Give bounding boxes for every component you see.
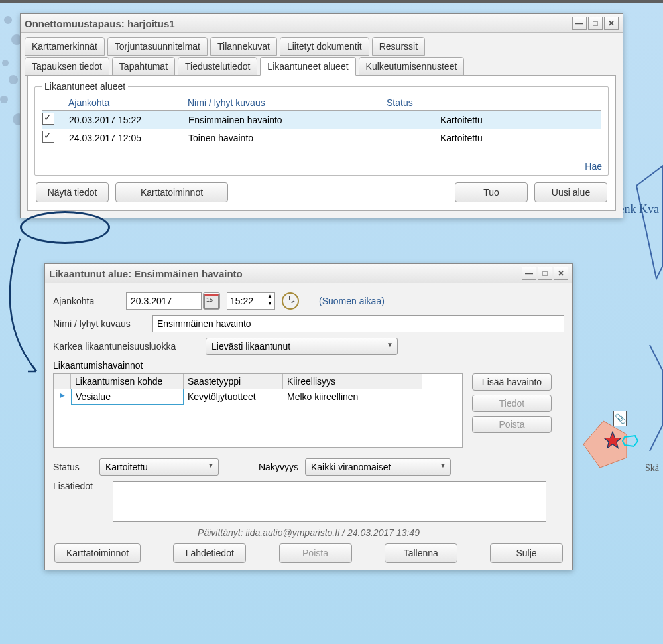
status-label: Status: [53, 462, 93, 472]
maximize-icon[interactable]: □: [588, 17, 603, 30]
clock-icon[interactable]: [282, 292, 299, 310]
spinner-buttons[interactable]: ▲▼: [265, 293, 274, 309]
observation-details-button[interactable]: Tiedot: [472, 395, 552, 412]
status-select[interactable]: Kartoitettu: [99, 458, 219, 476]
polluted-areas-group: Likaantuneet alueet Ajankohta Nimi / lyh…: [34, 81, 609, 176]
time-input[interactable]: ▲▼: [227, 292, 275, 310]
timezone-note: (Suomen aikaa): [319, 296, 385, 306]
observations-header: Likaantumisen kohde Saastetyyppi Kiireel…: [54, 374, 462, 389]
areas-table-header: Ajankohta Nimi / lyhyt kuvaus Status: [42, 96, 601, 110]
updated-note: Päivittänyt: iida.autio@ymparisto.fi / 2…: [53, 527, 564, 538]
map-star-marker: [603, 431, 622, 450]
main-window-titlebar: Onnettomuustapaus: harjoitus1 — □ ✕: [21, 14, 623, 33]
pollution-class-label: Karkea likaantuneisuusluokka: [53, 341, 199, 352]
svg-point-3: [2, 60, 9, 66]
row-indicator-icon: ▶: [54, 389, 71, 405]
tab-tiedustelutiedot[interactable]: Tiedustelutiedot: [178, 57, 257, 76]
tab-liitetyt-dokumentit[interactable]: Liitetyt dokumentit: [280, 37, 369, 56]
main-tabs-row2: Tapauksen tiedot Tapahtumat Tiedusteluti…: [21, 56, 623, 76]
tab-resurssit[interactable]: Resurssit: [372, 37, 425, 56]
tab-tilannekuvat[interactable]: Tilannekuvat: [210, 37, 277, 56]
delete-button[interactable]: Poista: [279, 543, 352, 563]
extra-info-input[interactable]: [113, 481, 546, 522]
pollution-class-select[interactable]: Lievästi likaantunut: [206, 338, 398, 355]
save-button[interactable]: Tallenna: [385, 543, 457, 563]
name-input[interactable]: [152, 315, 564, 332]
table-row[interactable]: 24.03.2017 12:05 Toinen havainto Kartoit…: [42, 129, 601, 147]
show-details-button[interactable]: Näytä tiedot: [36, 182, 109, 202]
extra-label: Lisätiedot: [53, 481, 106, 491]
tab-likaantuneet-alueet[interactable]: Likaantuneet alueet: [260, 57, 355, 76]
tab-tapahtumat[interactable]: Tapahtumat: [112, 57, 175, 76]
observation-delete-button[interactable]: Poista: [472, 416, 552, 433]
search-link[interactable]: Hae: [585, 161, 602, 172]
svg-marker-8: [623, 436, 638, 446]
tab-kulkeutumisennusteet[interactable]: Kulkeutumisennusteet: [359, 57, 465, 76]
close-button[interactable]: Sulje: [490, 543, 563, 563]
add-observation-button[interactable]: Lisää havainto: [472, 373, 552, 391]
svg-point-1: [4, 16, 12, 24]
maximize-icon[interactable]: □: [538, 267, 552, 280]
tab-tapauksen-tiedot[interactable]: Tapauksen tiedot: [25, 57, 109, 76]
observation-row[interactable]: ▶ Vesialue Kevytöljytuotteet Melko kiire…: [54, 389, 462, 405]
map-actions-button[interactable]: Karttatoiminnot: [54, 543, 141, 563]
observations-table: Likaantumisen kohde Saastetyyppi Kiireel…: [53, 373, 463, 448]
calendar-icon[interactable]: [203, 292, 220, 310]
name-label: Nimi / lyhyt kuvaus: [53, 318, 146, 329]
main-tab-content: Likaantuneet alueet Ajankohta Nimi / lyh…: [27, 75, 616, 211]
time-label: Ajankohta: [53, 296, 119, 306]
polluted-areas-legend: Likaantuneet alueet: [42, 81, 128, 92]
close-icon[interactable]: ✕: [604, 17, 619, 30]
tab-karttamerkinnat[interactable]: Karttamerkinnät: [25, 37, 105, 56]
detail-window-titlebar: Likaantunut alue: Ensimmäinen havainto —…: [45, 264, 572, 283]
attachment-icon[interactable]: 📎: [613, 411, 627, 426]
tab-torjuntasuunnitelmat[interactable]: Torjuntasuunnitelmat: [107, 37, 208, 56]
row-checkbox[interactable]: [42, 131, 54, 143]
close-icon[interactable]: ✕: [554, 267, 568, 280]
date-input[interactable]: [126, 292, 202, 310]
svg-marker-7: [604, 432, 621, 448]
main-window: Onnettomuustapaus: harjoitus1 — □ ✕ Kart…: [20, 13, 623, 218]
map-background: enk Kva Skä 📎 Onnettomuustapaus: harjoit…: [0, 0, 663, 644]
new-area-button[interactable]: Uusi alue: [534, 182, 607, 202]
main-tabs-row1: Karttamerkinnät Torjuntasuunnitelmat Til…: [21, 33, 623, 56]
table-row[interactable]: 20.03.2017 15:22 Ensimmäinen havainto Ka…: [42, 111, 601, 129]
visibility-label: Näkyvyys: [259, 462, 298, 472]
observations-label: Likaantumishavainnot: [53, 360, 564, 371]
row-checkbox[interactable]: [42, 113, 54, 125]
map-actions-button[interactable]: Karttatoiminnot: [115, 182, 228, 202]
visibility-select[interactable]: Kaikki viranomaiset: [305, 458, 451, 476]
svg-point-4: [9, 75, 18, 84]
minimize-icon[interactable]: —: [572, 17, 587, 30]
minimize-icon[interactable]: —: [522, 267, 536, 280]
source-data-button[interactable]: Lähdetiedot: [173, 543, 246, 563]
import-button[interactable]: Tuo: [455, 182, 528, 202]
svg-point-5: [0, 96, 8, 103]
detail-window: Likaantunut alue: Ensimmäinen havainto —…: [44, 263, 573, 570]
areas-table: 20.03.2017 15:22 Ensimmäinen havainto Ka…: [42, 110, 601, 168]
